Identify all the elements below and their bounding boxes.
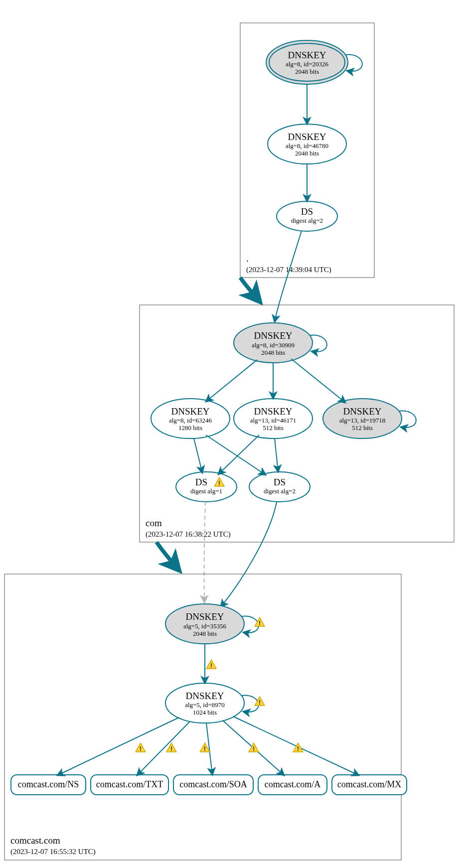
svg-text:alg=5, id=35356: alg=5, id=35356 <box>183 622 227 630</box>
zone-com-label: com <box>146 518 162 528</box>
node-com-ksk: DNSKEY alg=8, id=30909 2048 bits <box>234 323 313 363</box>
svg-text:512 bits: 512 bits <box>263 424 284 432</box>
node-com-zsk1: DNSKEY alg=8, id=63246 1280 bits <box>151 399 230 438</box>
node-cc-zsk: DNSKEY alg=5, id=8970 1024 bits <box>165 683 244 723</box>
edge-com-zsk1-ds1 <box>194 438 202 473</box>
svg-text:512 bits: 512 bits <box>352 424 373 432</box>
svg-text:alg=8, id=20326: alg=8, id=20326 <box>286 60 329 68</box>
svg-text:alg=8, id=63246: alg=8, id=63246 <box>169 417 212 424</box>
svg-text:alg=13, id=19718: alg=13, id=19718 <box>339 417 386 424</box>
warning-icon <box>136 743 146 752</box>
rrset-a: comcast.com/A <box>258 775 327 795</box>
svg-text:comcast.com/SOA: comcast.com/SOA <box>179 779 247 789</box>
edge-com-ds1-cc-ksk-insecure <box>204 502 205 602</box>
svg-text:2048 bits: 2048 bits <box>193 630 217 637</box>
svg-text:alg=8, id=30909: alg=8, id=30909 <box>252 341 295 349</box>
svg-text:DS: DS <box>274 477 286 487</box>
rrset-soa: comcast.com/SOA <box>173 775 253 795</box>
svg-text:DNSKEY: DNSKEY <box>288 50 326 60</box>
edge-com-zsk2-ds2 <box>275 438 278 472</box>
node-cc-ksk: DNSKEY alg=5, id=35356 2048 bits <box>165 604 244 644</box>
svg-text:DNSKEY: DNSKEY <box>171 406 209 417</box>
svg-text:DS: DS <box>301 206 313 217</box>
edge-com-ds2-cc-ksk <box>221 502 277 607</box>
svg-text:DNSKEY: DNSKEY <box>254 330 292 341</box>
node-com-zsk3: DNSKEY alg=13, id=19718 512 bits <box>323 399 402 438</box>
node-root-zsk: DNSKEY alg=8, id=46780 2048 bits <box>268 124 346 164</box>
delegation-root-com <box>240 278 259 301</box>
svg-text:2048 bits: 2048 bits <box>295 68 319 75</box>
zone-com-time: (2023-12-07 16:38:22 UTC) <box>146 530 231 539</box>
svg-text:digest alg=2: digest alg=2 <box>264 487 296 495</box>
svg-text:digest alg=2: digest alg=2 <box>291 217 323 224</box>
rrset-txt: comcast.com/TXT <box>91 775 168 795</box>
edge-cc-zsk-ns <box>57 718 179 775</box>
svg-text:alg=8, id=46780: alg=8, id=46780 <box>286 142 328 149</box>
svg-text:alg=13, id=46171: alg=13, id=46171 <box>250 417 297 424</box>
warning-icon <box>255 697 265 706</box>
dnssec-graph: ! . (2023-12-07 14:39:04 UTC) DNSKEY alg… <box>0 0 469 868</box>
svg-text:DNSKEY: DNSKEY <box>185 691 224 701</box>
node-com-zsk2: DNSKEY alg=13, id=46171 512 bits <box>234 399 313 438</box>
edge-cc-zsk-txt <box>137 722 190 775</box>
svg-text:comcast.com/MX: comcast.com/MX <box>337 779 401 789</box>
svg-text:2048 bits: 2048 bits <box>295 149 319 157</box>
svg-text:digest alg=1: digest alg=1 <box>190 487 222 495</box>
edge-com-zsk1-ds2 <box>206 435 266 475</box>
edge-root-ds-com-ksk <box>275 231 302 322</box>
svg-text:alg=5, id=8970: alg=5, id=8970 <box>185 701 225 709</box>
rrset-mx: comcast.com/MX <box>332 775 407 795</box>
node-com-ds2: DS digest alg=2 <box>249 472 310 502</box>
node-root-ksk: DNSKEY alg=8, id=20326 2048 bits <box>266 40 348 84</box>
svg-text:2048 bits: 2048 bits <box>261 349 285 356</box>
edge-com-ksk-zsk1 <box>206 360 257 402</box>
warning-icon <box>206 660 216 669</box>
svg-text:comcast.com/NS: comcast.com/NS <box>18 779 79 789</box>
delegation-com-comcast <box>156 542 178 570</box>
zone-root-label: . <box>246 253 249 264</box>
svg-text:DNSKEY: DNSKEY <box>343 406 381 417</box>
svg-text:DNSKEY: DNSKEY <box>254 406 292 417</box>
svg-text:DNSKEY: DNSKEY <box>288 132 326 142</box>
svg-text:comcast.com/TXT: comcast.com/TXT <box>96 779 163 789</box>
svg-text:1280 bits: 1280 bits <box>178 424 202 432</box>
zone-comcast-time: (2023-12-07 16:55:32 UTC) <box>10 848 96 856</box>
svg-text:DS: DS <box>195 477 207 487</box>
edge-com-zsk2-ds1 <box>218 435 259 474</box>
edge-com-ksk-zsk3 <box>291 359 345 403</box>
svg-text:comcast.com/A: comcast.com/A <box>265 779 320 789</box>
warning-icon <box>255 617 265 627</box>
svg-text:DNSKEY: DNSKEY <box>185 611 224 622</box>
zone-comcast-label: comcast.com <box>10 835 60 846</box>
warning-icon <box>293 743 303 752</box>
rrset-ns: comcast.com/NS <box>11 775 86 795</box>
node-com-ds1: DS digest alg=1 <box>176 472 237 502</box>
svg-text:1024 bits: 1024 bits <box>193 709 217 716</box>
node-root-ds: DS digest alg=2 <box>277 201 337 231</box>
